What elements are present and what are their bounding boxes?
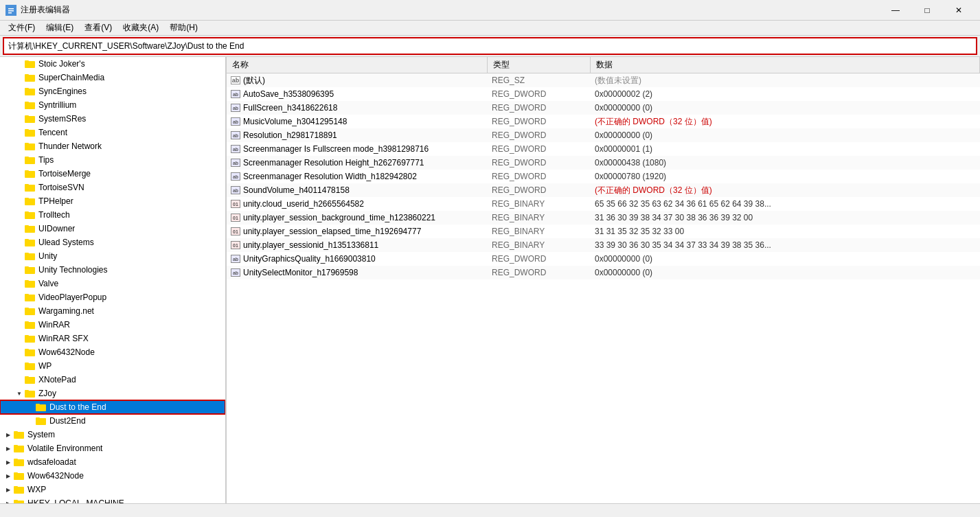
tree-item-dust-end[interactable]: Dust to the End (0, 400, 225, 414)
tree-label-dust-end: Dust to the End (49, 402, 106, 412)
reg-name-resolution: ab Resolution_h2981718891 (227, 130, 488, 140)
reg-row-selectmonitor[interactable]: ab UnitySelectMonitor_h17969598 REG_DWOR… (227, 266, 980, 279)
svg-rect-67 (14, 486, 18, 488)
tree-item-ulead[interactable]: Ulead Systems (0, 235, 225, 249)
col-header-data[interactable]: 数据 (591, 57, 980, 73)
menu-view[interactable]: 查看(V) (79, 21, 117, 35)
tree-label-wxp: WXP (27, 485, 46, 494)
reg-name-soundvol: ab SoundVolume_h4011478158 (227, 185, 488, 195)
reg-row-fullscreen[interactable]: ab FullScreen_h3418622618 REG_DWORD 0x00… (227, 101, 980, 115)
reg-row-screenmanager1[interactable]: ab Screenmanager Is Fullscreen mode_h398… (227, 142, 980, 156)
tree-item-xnotepad[interactable]: XNotePad (0, 373, 225, 387)
folder-icon (25, 114, 36, 124)
reg-row-autosave[interactable]: ab AutoSave_h3538096395 REG_DWORD 0x0000… (227, 87, 980, 101)
menu-file[interactable]: 文件(F) (3, 21, 41, 35)
tree-item-unitytec[interactable]: Unity Technologies (0, 263, 225, 277)
close-button[interactable]: ✕ (943, 0, 975, 21)
tree-item-wxp[interactable]: WXP (0, 483, 225, 496)
maximize-button[interactable]: □ (911, 0, 943, 21)
tree-item-syntrillium[interactable]: Syntrillium (0, 98, 225, 112)
tree-item-stoic[interactable]: Stoic Joker's (0, 57, 225, 71)
reg-data-screenmanager1: 0x00000001 (1) (591, 144, 980, 154)
tree-item-thunder[interactable]: Thunder Network (0, 139, 225, 153)
menu-edit[interactable]: 编辑(E) (41, 21, 79, 35)
col-header-name[interactable]: 名称 (227, 57, 488, 73)
tree-label: Unity Technologies (38, 265, 108, 275)
registry-tree[interactable]: Stoic Joker's SuperChainMedia SyncEngine… (0, 57, 227, 503)
tree-item-system[interactable]: System (0, 428, 225, 441)
folder-icon-dust2end (36, 416, 47, 426)
main-content: Stoic Joker's SuperChainMedia SyncEngine… (0, 56, 980, 503)
reg-row-default[interactable]: ab (默认) REG_SZ (数值未设置) (227, 73, 980, 87)
tree-item-valve[interactable]: Valve (0, 277, 225, 290)
tree-item-syncengines[interactable]: SyncEngines (0, 84, 225, 98)
reg-row-sessionelapsed[interactable]: 01 unity.player_session_elapsed_time_h19… (227, 225, 980, 238)
reg-type-soundvol: REG_DWORD (488, 185, 591, 195)
folder-icon (25, 265, 36, 275)
tree-label: Wargaming.net (38, 306, 94, 316)
menu-help[interactable]: 帮助(H) (164, 21, 203, 35)
svg-rect-69 (14, 500, 18, 502)
tree-item-volatile[interactable]: Volatile Environment (0, 441, 225, 455)
tree-item-winrar[interactable]: WinRAR (0, 318, 225, 332)
tree-item-tphelper[interactable]: TPHelper (0, 194, 225, 208)
tree-item-videoplayer[interactable]: VideoPlayerPopup (0, 290, 225, 304)
tree-item-superchain[interactable]: SuperChainMedia (0, 71, 225, 84)
col-header-type[interactable]: 类型 (488, 57, 591, 73)
svg-rect-13 (25, 115, 29, 117)
app-icon (5, 5, 16, 16)
reg-name-screenmanager2: ab Screenmanager Resolution Height_h2627… (227, 158, 488, 168)
reg-row-clouduser[interactable]: 01 unity.cloud_userid_h2665564582 REG_BI… (227, 197, 980, 211)
tree-item-wow6432node[interactable]: Wow6432Node (0, 345, 225, 359)
folder-icon (25, 306, 36, 316)
icon-dword: ab (231, 268, 240, 277)
reg-row-graphicsquality[interactable]: ab UnityGraphicsQuality_h1669003810 REG_… (227, 252, 980, 266)
tree-item-wow6432node2[interactable]: Wow6432Node (0, 469, 225, 483)
tree-item-tortoisesvn[interactable]: TortoiseSVN (0, 181, 225, 194)
tree-item-dust2end[interactable]: Dust2End (0, 414, 225, 428)
menu-favorites[interactable]: 收藏夹(A) (117, 21, 164, 35)
reg-row-sessionbg[interactable]: 01 unity.player_session_background_time_… (227, 211, 980, 225)
tree-item-zjoy[interactable]: ZJoy (0, 387, 225, 400)
address-bar[interactable]: 计算机\HKEY_CURRENT_USER\Software\ZJoy\Dust… (3, 37, 977, 55)
tree-item-wp[interactable]: WP (0, 359, 225, 373)
tree-label-dust2end: Dust2End (49, 416, 86, 426)
reg-type-sessionelapsed: REG_BINARY (488, 227, 591, 236)
minimize-button[interactable]: — (880, 0, 911, 21)
reg-row-resolution[interactable]: ab Resolution_h2981718891 REG_DWORD 0x00… (227, 128, 980, 142)
tree-item-wargaming[interactable]: Wargaming.net (0, 304, 225, 318)
svg-rect-2 (8, 10, 14, 12)
reg-name-sessionelapsed: 01 unity.player_session_elapsed_time_h19… (227, 227, 488, 236)
tree-item-tortoisemerge[interactable]: TortoiseMerge (0, 167, 225, 181)
reg-row-screenmanager2[interactable]: ab Screenmanager Resolution Height_h2627… (227, 156, 980, 170)
tree-item-tencent[interactable]: Tencent (0, 126, 225, 139)
tree-label: Tencent (38, 128, 67, 137)
reg-data-sessionbg: 31 36 30 39 38 34 37 30 38 36 36 39 32 0… (591, 213, 980, 222)
tree-item-tips[interactable]: Tips (0, 153, 225, 167)
tree-item-trolltech[interactable]: Trolltech (0, 208, 225, 222)
reg-row-musicvol[interactable]: ab MusicVolume_h3041295148 REG_DWORD (不正… (227, 115, 980, 128)
column-headers: 名称 类型 数据 (227, 57, 980, 73)
tree-item-winrarsfx[interactable]: WinRAR SFX (0, 332, 225, 345)
svg-rect-41 (25, 308, 29, 310)
title-bar-left: 注册表编辑器 (5, 4, 70, 16)
tree-label: Wow6432Node (38, 347, 95, 357)
expand-arrow-zjoy (14, 388, 25, 399)
window-title: 注册表编辑器 (21, 4, 70, 16)
tree-item-hklm[interactable]: HKEY_LOCAL_MACHINE (0, 496, 225, 503)
tree-item-wdsafeload[interactable]: wdsafeloadat (0, 455, 225, 469)
reg-type-autosave: REG_DWORD (488, 89, 591, 99)
folder-icon (25, 196, 36, 206)
folder-icon (25, 238, 36, 247)
svg-rect-53 (25, 390, 29, 392)
reg-row-soundvol[interactable]: ab SoundVolume_h4011478158 REG_DWORD (不正… (227, 183, 980, 197)
tree-label-system: System (27, 430, 55, 439)
svg-rect-33 (25, 253, 29, 255)
tree-item-uidowner[interactable]: UIDowner (0, 222, 225, 235)
icon-binary: 01 (231, 200, 240, 208)
tree-item-unity[interactable]: Unity (0, 249, 225, 263)
reg-row-screenmanager3[interactable]: ab Screenmanager Resolution Width_h18294… (227, 170, 980, 183)
tree-item-systemsres[interactable]: SystemSRes (0, 112, 225, 126)
svg-rect-55 (36, 404, 40, 406)
reg-row-sessionid[interactable]: 01 unity.player_sessionid_h1351336811 RE… (227, 238, 980, 252)
